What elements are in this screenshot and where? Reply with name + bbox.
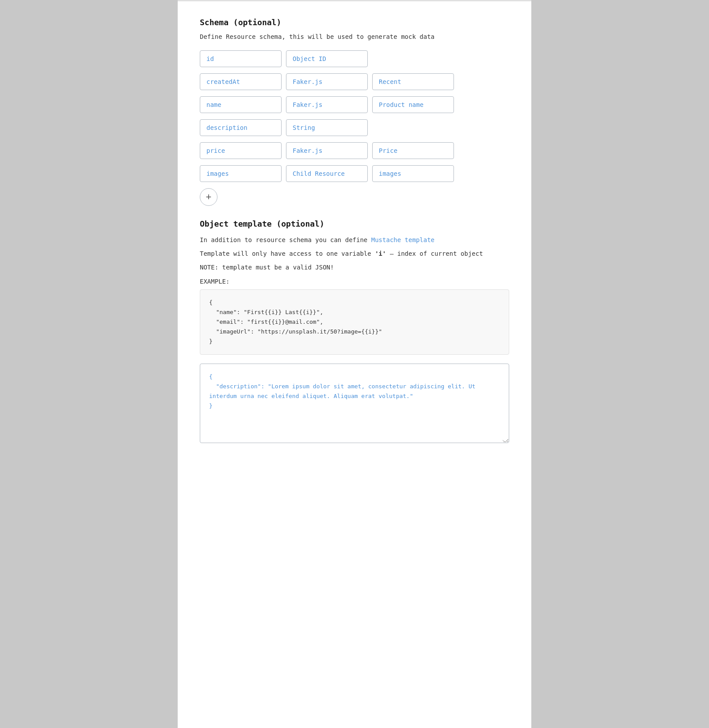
field-type-name[interactable]: [286, 96, 368, 113]
top-border: [178, 0, 531, 1]
field-name-price[interactable]: [200, 142, 282, 159]
template-variable: 'i': [375, 250, 386, 257]
template-note: NOTE: template must be a valid JSON!: [200, 262, 509, 273]
template-line2-suffix: – index of current object: [386, 250, 483, 257]
field-type-createdat[interactable]: [286, 73, 368, 90]
object-template-section: Object template (optional) In addition t…: [200, 219, 509, 444]
template-desc-prefix: In addition to resource schema you can d…: [200, 236, 371, 243]
example-label: EXAMPLE:: [200, 278, 509, 285]
schema-description: Define Resource schema, this will be use…: [200, 32, 509, 42]
field-name-name[interactable]: [200, 96, 282, 113]
schema-title: Schema (optional): [200, 18, 509, 27]
field-name-createdat[interactable]: [200, 73, 282, 90]
template-textarea-wrapper: ↘: [200, 364, 509, 444]
field-name-images[interactable]: [200, 165, 282, 182]
schema-row-images: [200, 165, 509, 182]
template-line2-prefix: Template will only have access to one va…: [200, 250, 375, 257]
main-container: Schema (optional) Define Resource schema…: [178, 0, 531, 728]
mustache-template-link[interactable]: Mustache template: [371, 236, 435, 243]
field-subtype-createdat[interactable]: [372, 73, 454, 90]
schema-row-description: [200, 119, 509, 136]
resize-handle-icon: ↘: [502, 437, 507, 443]
field-type-description[interactable]: [286, 119, 368, 136]
code-example-text: { "name": "First{{i}} Last{{i}}", "email…: [209, 298, 500, 346]
template-description-line2: Template will only have access to one va…: [200, 248, 509, 259]
add-field-button[interactable]: +: [200, 188, 217, 206]
field-name-description[interactable]: [200, 119, 282, 136]
template-description-line1: In addition to resource schema you can d…: [200, 235, 509, 246]
schema-row-price: [200, 142, 509, 159]
field-type-price[interactable]: [286, 142, 368, 159]
object-template-title: Object template (optional): [200, 219, 509, 228]
schema-row-id: [200, 50, 509, 67]
field-type-id[interactable]: [286, 50, 368, 67]
schema-section: Schema (optional) Define Resource schema…: [200, 18, 509, 206]
code-example-block: { "name": "First{{i}} Last{{i}}", "email…: [200, 289, 509, 355]
field-subtype-price[interactable]: [372, 142, 454, 159]
field-name-id[interactable]: [200, 50, 282, 67]
field-subtype-name[interactable]: [372, 96, 454, 113]
schema-row-name: [200, 96, 509, 113]
schema-row-createdat: [200, 73, 509, 90]
object-template-input[interactable]: [200, 364, 509, 443]
field-type-images[interactable]: [286, 165, 368, 182]
field-subtype-images[interactable]: [372, 165, 454, 182]
